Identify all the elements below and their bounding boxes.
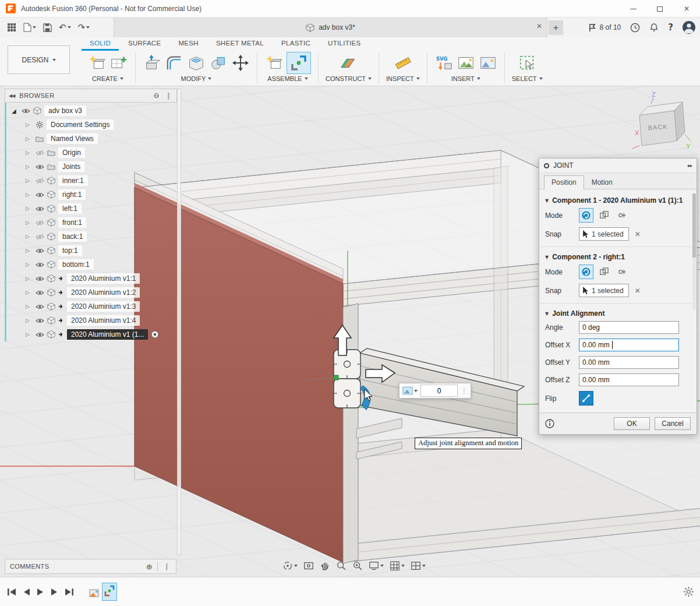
twisty-icon[interactable]: ▷ <box>26 290 33 295</box>
visibility-on-icon[interactable] <box>36 248 44 254</box>
new-tab-button[interactable]: + <box>549 20 563 35</box>
measure-button[interactable] <box>394 54 412 72</box>
fit-tool[interactable] <box>351 559 364 572</box>
visibility-on-icon[interactable] <box>36 192 44 198</box>
activate-component-radio[interactable] <box>151 330 159 339</box>
joint-offset-inline-input[interactable] <box>420 385 458 397</box>
browser-item-adv-box-v3[interactable]: ◢ adv box v3 <box>5 104 177 118</box>
shell-button[interactable] <box>187 54 206 72</box>
ribbon-tab-sheet-metal[interactable]: SHEET METAL <box>208 38 272 51</box>
timeline-feature-joint-selected[interactable] <box>102 583 117 601</box>
browser-item-label[interactable]: adv box v3 <box>44 105 86 116</box>
joint-button[interactable] <box>287 52 311 74</box>
insert-svg-button[interactable]: SVG <box>434 54 453 72</box>
mode-simple-button[interactable] <box>579 208 593 223</box>
dialog-scrollbar[interactable] <box>692 193 696 310</box>
twisty-icon[interactable]: ▷ <box>26 150 33 156</box>
browser-item-label[interactable]: Named Views <box>47 133 98 144</box>
collapse-browser-icon[interactable]: ◀◀ <box>9 93 15 98</box>
visibility-on-icon[interactable] <box>36 318 44 324</box>
ribbon-tab-plastic[interactable]: PLASTIC <box>273 38 319 51</box>
timeline-feature-ground[interactable] <box>89 587 100 601</box>
new-component-button[interactable] <box>87 54 106 72</box>
browser-item-label[interactable]: top:1 <box>58 245 82 256</box>
ribbon-tab-solid[interactable]: SOLID <box>82 38 119 51</box>
info-icon[interactable] <box>545 419 554 428</box>
browser-item-front-1[interactable]: ▷ front:1 <box>5 216 177 230</box>
step-back-button[interactable] <box>23 588 30 596</box>
press-pull-button[interactable] <box>143 54 161 72</box>
close-document-icon[interactable]: ✕ <box>536 22 542 30</box>
browser-item-document-settings[interactable]: ▷Document Settings <box>5 118 177 132</box>
redo-button[interactable]: ↷ <box>76 20 93 34</box>
modify-menu[interactable]: MODIFY <box>181 75 212 82</box>
angle-input[interactable] <box>579 321 679 334</box>
insert-menu[interactable]: INSERT <box>451 75 480 82</box>
section-collapse-icon[interactable]: ▼ <box>545 311 549 316</box>
browser-item-label[interactable]: 2020 Aluminium v1:2 <box>67 287 140 298</box>
design-workspace-button[interactable]: DESIGN <box>8 45 70 74</box>
browser-header[interactable]: ◀◀ BROWSER ⊖ ▕▏ <box>5 89 177 103</box>
mode-snap-button[interactable] <box>615 208 630 223</box>
close-button[interactable]: ✕ <box>673 0 700 17</box>
twisty-icon[interactable]: ▷ <box>26 318 33 323</box>
create-menu[interactable]: CREATE <box>92 75 123 82</box>
twisty-icon[interactable]: ▷ <box>26 220 33 226</box>
mode-between-two-faces-button[interactable] <box>597 265 611 279</box>
component2-snap-selection[interactable]: 1 selected <box>579 284 629 297</box>
flip-button[interactable] <box>579 391 593 406</box>
visibility-on-icon[interactable] <box>36 290 44 296</box>
construct-menu[interactable]: CONSTRUCT <box>326 75 372 82</box>
browser-item-label[interactable]: 2020 Aluminium v1:1 <box>67 273 140 284</box>
browser-item-label[interactable]: inner:1 <box>58 175 88 186</box>
job-status[interactable]: 8 of 10 <box>588 23 621 32</box>
look-at-tool[interactable] <box>302 559 315 572</box>
twisty-open-icon[interactable]: ◢ <box>12 108 19 114</box>
joint-dialog-header[interactable]: JOINT ▸▸ <box>539 158 697 173</box>
twisty-icon[interactable]: ▷ <box>26 192 33 198</box>
go-to-start-button[interactable] <box>7 588 16 596</box>
twisty-icon[interactable]: ▷ <box>26 304 33 309</box>
ribbon-tab-surface[interactable]: SURFACE <box>120 38 169 51</box>
browser-item-joints[interactable]: ▷ Joints <box>5 160 177 174</box>
fillet-button[interactable] <box>165 54 183 72</box>
browser-grip[interactable]: ▕▏ <box>164 93 173 99</box>
select-menu[interactable]: SELECT <box>512 75 543 82</box>
timeline-settings-gear-icon[interactable] <box>683 586 694 597</box>
viewcube-face-label[interactable]: BACK <box>648 123 668 131</box>
toolbar-grip-icon[interactable]: ⋮ <box>459 387 469 395</box>
beam-profile-end[interactable] <box>334 350 360 379</box>
browser-item-inner-1[interactable]: ▷ inner:1 <box>5 174 177 188</box>
section-collapse-icon[interactable]: ▼ <box>545 255 549 260</box>
document-tab[interactable]: adv box v3* ✕ <box>114 17 547 37</box>
ok-button[interactable]: OK <box>614 417 650 430</box>
browser-item-named-views[interactable]: ▷Named Views <box>5 132 177 146</box>
section-collapse-icon[interactable]: ▼ <box>545 198 549 203</box>
browser-item-label[interactable]: 2020 Aluminium v1:3 <box>67 301 140 312</box>
combine-button[interactable] <box>209 54 228 72</box>
visibility-on-icon[interactable] <box>36 276 44 282</box>
save-button[interactable] <box>41 22 54 34</box>
add-comment-icon[interactable]: ⊕ <box>146 562 153 571</box>
decal-button[interactable] <box>457 54 475 72</box>
twisty-icon[interactable]: ▷ <box>26 164 33 170</box>
visibility-on-icon[interactable] <box>22 108 30 114</box>
twisty-icon[interactable]: ▷ <box>26 136 33 142</box>
browser-item-label[interactable]: Document Settings <box>47 119 114 130</box>
component1-snap-selection[interactable]: 1 selected <box>579 227 629 241</box>
mode-between-two-faces-button[interactable] <box>597 208 611 223</box>
offset-z-input[interactable] <box>579 374 679 386</box>
browser-item-back-1[interactable]: ▷ back:1 <box>5 230 177 244</box>
tab-position[interactable]: Position <box>544 175 584 189</box>
clear-selection-icon[interactable]: ✕ <box>635 230 641 238</box>
visibility-off-icon[interactable] <box>36 220 44 226</box>
offset-y-input[interactable] <box>579 356 679 369</box>
browser-item-2020-aluminium-v1-4[interactable]: ▷ 2020 Aluminium v1:4 <box>5 313 177 327</box>
twisty-icon[interactable]: ▷ <box>26 234 33 239</box>
assemble-new-component-button[interactable] <box>264 54 283 72</box>
browser-item-label[interactable]: back:1 <box>58 231 87 242</box>
construct-plane-button[interactable] <box>339 54 359 72</box>
beam-profile-end[interactable] <box>334 379 360 408</box>
browser-item-label[interactable]: Joints <box>58 161 84 172</box>
visibility-on-icon[interactable] <box>36 262 44 268</box>
